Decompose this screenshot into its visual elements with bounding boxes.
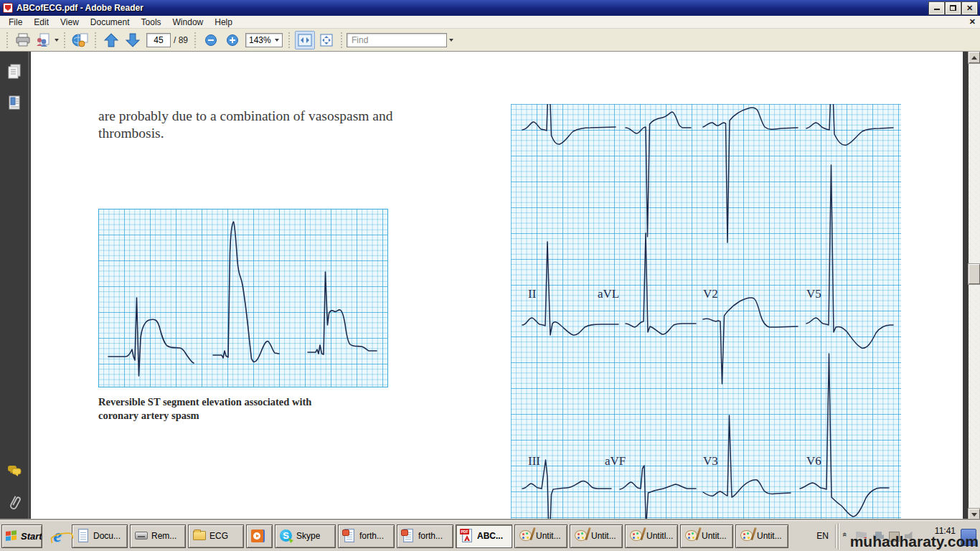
arrow-down-icon — [126, 33, 140, 47]
zoom-level-value: 143% — [249, 35, 271, 45]
zoom-in-icon — [226, 34, 239, 47]
taskbar-button-removable[interactable]: Rem... — [130, 524, 186, 548]
tray-separator — [835, 524, 836, 548]
taskbar-button-paint-5[interactable]: Untit... — [735, 524, 788, 548]
lead-label-III: III — [528, 454, 540, 468]
folder-icon — [192, 529, 207, 543]
minimize-icon — [934, 5, 940, 10]
watermark-text: muhadharaty.com — [850, 533, 979, 550]
lead-label-II: II — [528, 287, 537, 301]
document-icon — [76, 529, 90, 543]
toolbar-grip — [194, 32, 197, 48]
taskbar-button-abcofecg-active[interactable]: PDF ABC... — [456, 524, 512, 548]
lead-label-V5: V5 — [806, 287, 821, 301]
attachments-panel-icon[interactable] — [6, 494, 22, 512]
menu-bar: File Edit View Document Tools Window Hel… — [0, 16, 980, 29]
toolbar-grip — [94, 32, 98, 48]
pdf-app-icon — [3, 3, 13, 13]
title-bar: ABCofECG.pdf - Adobe Reader ✕ — [0, 0, 980, 16]
lead-label-V2: V2 — [703, 287, 718, 301]
fit-page-button[interactable] — [316, 31, 336, 50]
paint-icon — [519, 529, 533, 543]
toolbar-grip — [340, 32, 344, 48]
taskbar-button-ecg-folder[interactable]: ECG — [188, 524, 244, 548]
collaborate-dropdown-caret — [55, 39, 59, 42]
taskbar-button-paint-1[interactable]: Untit... — [514, 524, 567, 548]
menu-document[interactable]: Document — [85, 17, 136, 28]
language-indicator[interactable]: EN — [811, 531, 834, 541]
toolbar: 45 / 89 143% — [0, 29, 980, 52]
paint-icon — [629, 529, 644, 543]
pdf-paragraph: are probably due to a combination of vas… — [98, 108, 441, 142]
ecg-figure-12-lead: II aVL V2 V5 III aVF V3 V6 — [511, 104, 901, 551]
taskbar-button-documents[interactable]: Docu... — [72, 524, 128, 548]
collaborate-icon — [35, 33, 52, 47]
scroll-up-icon — [971, 56, 977, 60]
menu-window[interactable]: Window — [167, 17, 209, 28]
scroll-down-button[interactable] — [969, 509, 980, 520]
zoom-out-button[interactable] — [201, 31, 221, 50]
taskbar-button-paint-4[interactable]: Untit... — [680, 524, 733, 548]
lead-label-aVL: aVL — [598, 287, 619, 301]
fit-width-button[interactable] — [295, 31, 315, 50]
restore-icon — [950, 5, 956, 11]
taskbar-button-forth-1[interactable]: forth... — [338, 524, 395, 548]
navigation-rail — [0, 52, 29, 520]
media-player-icon — [250, 529, 265, 543]
internet-explorer-quicklaunch[interactable]: e — [46, 524, 69, 547]
close-document-icon[interactable]: ✕ — [969, 17, 976, 27]
comments-panel-icon[interactable] — [6, 463, 22, 480]
zoom-in-button[interactable] — [222, 31, 242, 50]
paint-icon — [740, 529, 754, 543]
acrobat-upload-button[interactable] — [70, 31, 90, 50]
previous-page-button[interactable] — [101, 31, 121, 50]
windows-flag-icon — [6, 530, 18, 542]
taskbar: Start e Docu... Rem... ECG S Skype forth… — [0, 520, 980, 551]
find-input[interactable]: Find — [347, 33, 447, 47]
zoom-level-select[interactable]: 143% — [245, 33, 283, 47]
lead-label-V6: V6 — [806, 454, 821, 468]
find-dropdown-caret[interactable] — [449, 39, 453, 42]
scrollbar-thumb[interactable] — [969, 264, 980, 284]
taskbar-button-media-player[interactable] — [246, 524, 273, 548]
print-button[interactable] — [13, 31, 33, 50]
fit-page-icon — [319, 34, 334, 47]
menu-edit[interactable]: Edit — [28, 17, 55, 28]
menu-tools[interactable]: Tools — [136, 17, 167, 28]
printer-icon — [15, 33, 31, 47]
taskbar-button-skype[interactable]: S Skype — [275, 524, 336, 548]
toolbar-grip — [63, 32, 67, 48]
ecg-figure-st-elevation — [98, 209, 388, 387]
menu-help[interactable]: Help — [209, 17, 238, 28]
toolbar-grip — [288, 32, 291, 48]
page-number-input[interactable]: 45 — [146, 33, 171, 47]
paint-icon — [574, 529, 588, 543]
scroll-up-button[interactable] — [969, 52, 980, 63]
vertical-scrollbar[interactable] — [969, 52, 980, 520]
menu-file[interactable]: File — [3, 17, 28, 28]
bookmarks-panel-icon[interactable] — [6, 95, 22, 112]
taskbar-button-paint-2[interactable]: Untit... — [570, 524, 623, 548]
page-total-label: / 89 — [174, 35, 188, 45]
lead-label-aVF: aVF — [605, 454, 626, 468]
pages-panel-icon[interactable] — [6, 63, 22, 80]
skype-icon: S — [279, 529, 293, 543]
taskbar-button-paint-3[interactable]: Untitl... — [625, 524, 678, 548]
collaborate-button[interactable] — [34, 31, 60, 50]
zoom-dropdown-caret — [275, 39, 279, 42]
paint-icon — [684, 529, 699, 543]
tray-expand-chevron-icon[interactable]: « — [841, 532, 849, 536]
next-page-button[interactable] — [123, 31, 143, 50]
close-button[interactable]: ✕ — [962, 2, 977, 14]
lead-label-V3: V3 — [703, 454, 718, 468]
taskbar-button-forth-2[interactable]: forth... — [397, 524, 453, 548]
start-button[interactable]: Start — [1, 524, 42, 548]
document-pane: are probably due to a combination of vas… — [0, 52, 980, 520]
toolbar-grip — [6, 32, 9, 48]
zoom-out-icon — [204, 34, 217, 47]
start-label: Start — [21, 531, 42, 542]
window-title: ABCofECG.pdf - Adobe Reader — [17, 3, 929, 13]
minimize-button[interactable] — [929, 2, 944, 14]
menu-view[interactable]: View — [55, 17, 85, 28]
restore-button[interactable] — [946, 2, 961, 14]
